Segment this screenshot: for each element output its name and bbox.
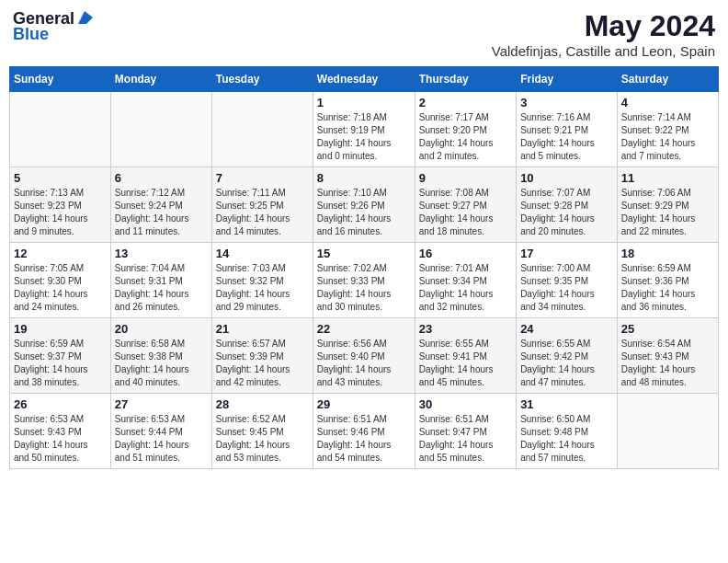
calendar-cell: 17Sunrise: 7:00 AMSunset: 9:35 PMDayligh… [517, 243, 618, 318]
day-info: Sunrise: 6:55 AMSunset: 9:42 PMDaylight:… [520, 338, 613, 389]
location-title: Valdefinjas, Castille and Leon, Spain [492, 43, 715, 59]
day-number: 24 [520, 322, 613, 336]
calendar-cell: 8Sunrise: 7:10 AMSunset: 9:26 PMDaylight… [313, 167, 415, 243]
calendar-cell: 20Sunrise: 6:58 AMSunset: 9:38 PMDayligh… [110, 318, 211, 394]
calendar-cell: 30Sunrise: 6:51 AMSunset: 9:47 PMDayligh… [415, 394, 516, 469]
day-info: Sunrise: 6:50 AMSunset: 9:48 PMDaylight:… [520, 413, 613, 465]
day-info: Sunrise: 7:11 AMSunset: 9:25 PMDaylight:… [216, 187, 309, 238]
day-number: 29 [317, 397, 411, 411]
calendar-cell: 4Sunrise: 7:14 AMSunset: 9:22 PMDaylight… [617, 92, 718, 167]
day-info: Sunrise: 7:10 AMSunset: 9:26 PMDaylight:… [317, 187, 411, 238]
logo-blue-text: Blue [13, 25, 49, 44]
day-number: 7 [216, 171, 309, 185]
day-info: Sunrise: 6:53 AMSunset: 9:44 PMDaylight:… [115, 413, 208, 465]
calendar-cell: 1Sunrise: 7:18 AMSunset: 9:19 PMDaylight… [313, 92, 415, 167]
col-header-monday: Monday [110, 67, 211, 92]
col-header-sunday: Sunday [10, 67, 111, 92]
calendar-cell: 19Sunrise: 6:59 AMSunset: 9:37 PMDayligh… [10, 318, 111, 394]
day-info: Sunrise: 6:55 AMSunset: 9:41 PMDaylight:… [419, 338, 512, 389]
day-info: Sunrise: 6:51 AMSunset: 9:47 PMDaylight:… [419, 413, 512, 465]
calendar-cell: 3Sunrise: 7:16 AMSunset: 9:21 PMDaylight… [517, 92, 618, 167]
day-number: 22 [317, 322, 411, 336]
day-info: Sunrise: 7:05 AMSunset: 9:30 PMDaylight:… [14, 262, 107, 314]
day-number: 10 [520, 171, 613, 185]
day-info: Sunrise: 7:04 AMSunset: 9:31 PMDaylight:… [115, 262, 208, 314]
calendar-week-1: 1Sunrise: 7:18 AMSunset: 9:19 PMDaylight… [10, 92, 719, 167]
day-info: Sunrise: 6:59 AMSunset: 9:37 PMDaylight:… [14, 338, 107, 389]
day-info: Sunrise: 6:51 AMSunset: 9:46 PMDaylight:… [317, 413, 411, 465]
day-number: 1 [317, 96, 411, 109]
calendar-cell: 25Sunrise: 6:54 AMSunset: 9:43 PMDayligh… [617, 318, 718, 394]
calendar-cell: 11Sunrise: 7:06 AMSunset: 9:29 PMDayligh… [617, 167, 718, 243]
calendar-week-3: 12Sunrise: 7:05 AMSunset: 9:30 PMDayligh… [10, 243, 719, 318]
day-info: Sunrise: 6:57 AMSunset: 9:39 PMDaylight:… [216, 338, 309, 389]
calendar-cell: 14Sunrise: 7:03 AMSunset: 9:32 PMDayligh… [211, 243, 313, 318]
calendar-cell [110, 92, 211, 167]
day-info: Sunrise: 7:08 AMSunset: 9:27 PMDaylight:… [419, 187, 512, 238]
day-info: Sunrise: 7:01 AMSunset: 9:34 PMDaylight:… [419, 262, 512, 314]
calendar-cell: 9Sunrise: 7:08 AMSunset: 9:27 PMDaylight… [415, 167, 516, 243]
day-number: 11 [621, 171, 714, 185]
day-info: Sunrise: 6:52 AMSunset: 9:45 PMDaylight:… [216, 413, 309, 465]
calendar-cell: 26Sunrise: 6:53 AMSunset: 9:43 PMDayligh… [10, 394, 111, 469]
calendar-table: SundayMondayTuesdayWednesdayThursdayFrid… [9, 66, 719, 469]
day-number: 4 [621, 96, 714, 109]
day-info: Sunrise: 6:53 AMSunset: 9:43 PMDaylight:… [14, 413, 107, 465]
day-number: 6 [115, 171, 208, 185]
calendar-cell: 28Sunrise: 6:52 AMSunset: 9:45 PMDayligh… [211, 394, 313, 469]
calendar-cell: 7Sunrise: 7:11 AMSunset: 9:25 PMDaylight… [211, 167, 313, 243]
day-info: Sunrise: 6:54 AMSunset: 9:43 PMDaylight:… [621, 338, 714, 389]
calendar-cell: 21Sunrise: 6:57 AMSunset: 9:39 PMDayligh… [211, 318, 313, 394]
day-info: Sunrise: 6:59 AMSunset: 9:36 PMDaylight:… [621, 262, 714, 314]
calendar-cell: 22Sunrise: 6:56 AMSunset: 9:40 PMDayligh… [313, 318, 415, 394]
day-info: Sunrise: 7:16 AMSunset: 9:21 PMDaylight:… [520, 111, 613, 163]
col-header-wednesday: Wednesday [313, 67, 415, 92]
calendar-cell [211, 92, 313, 167]
day-number: 8 [317, 171, 411, 185]
day-number: 18 [621, 247, 714, 260]
day-number: 20 [115, 322, 208, 336]
day-number: 12 [14, 247, 107, 260]
calendar-week-4: 19Sunrise: 6:59 AMSunset: 9:37 PMDayligh… [10, 318, 719, 394]
day-number: 28 [216, 397, 309, 411]
calendar-header-row: SundayMondayTuesdayWednesdayThursdayFrid… [10, 67, 719, 92]
day-number: 16 [419, 247, 512, 260]
day-number: 9 [419, 171, 512, 185]
day-number: 30 [419, 397, 512, 411]
title-area: May 2024 Valdefinjas, Castille and Leon,… [492, 9, 715, 59]
day-number: 25 [621, 322, 714, 336]
day-info: Sunrise: 7:02 AMSunset: 9:33 PMDaylight:… [317, 262, 411, 314]
calendar-cell: 23Sunrise: 6:55 AMSunset: 9:41 PMDayligh… [415, 318, 516, 394]
calendar-cell [10, 92, 111, 167]
svg-marker-0 [78, 11, 93, 24]
col-header-friday: Friday [517, 67, 618, 92]
calendar-cell: 27Sunrise: 6:53 AMSunset: 9:44 PMDayligh… [110, 394, 211, 469]
page-header: General Blue May 2024 Valdefinjas, Casti… [9, 9, 719, 59]
calendar-cell: 16Sunrise: 7:01 AMSunset: 9:34 PMDayligh… [415, 243, 516, 318]
day-info: Sunrise: 6:56 AMSunset: 9:40 PMDaylight:… [317, 338, 411, 389]
day-number: 23 [419, 322, 512, 336]
calendar-cell: 10Sunrise: 7:07 AMSunset: 9:28 PMDayligh… [517, 167, 618, 243]
calendar-cell: 13Sunrise: 7:04 AMSunset: 9:31 PMDayligh… [110, 243, 211, 318]
day-number: 21 [216, 322, 309, 336]
calendar-week-5: 26Sunrise: 6:53 AMSunset: 9:43 PMDayligh… [10, 394, 719, 469]
day-number: 17 [520, 247, 613, 260]
calendar-cell: 24Sunrise: 6:55 AMSunset: 9:42 PMDayligh… [517, 318, 618, 394]
col-header-thursday: Thursday [415, 67, 516, 92]
logo: General Blue [13, 9, 93, 44]
calendar-cell: 31Sunrise: 6:50 AMSunset: 9:48 PMDayligh… [517, 394, 618, 469]
day-number: 26 [14, 397, 107, 411]
day-number: 31 [520, 397, 613, 411]
day-info: Sunrise: 7:17 AMSunset: 9:20 PMDaylight:… [419, 111, 512, 163]
day-info: Sunrise: 7:12 AMSunset: 9:24 PMDaylight:… [115, 187, 208, 238]
day-number: 5 [14, 171, 107, 185]
day-number: 15 [317, 247, 411, 260]
calendar-week-2: 5Sunrise: 7:13 AMSunset: 9:23 PMDaylight… [10, 167, 719, 243]
calendar-cell: 12Sunrise: 7:05 AMSunset: 9:30 PMDayligh… [10, 243, 111, 318]
logo-triangle-icon [76, 11, 93, 28]
day-info: Sunrise: 7:06 AMSunset: 9:29 PMDaylight:… [621, 187, 714, 238]
col-header-saturday: Saturday [617, 67, 718, 92]
day-info: Sunrise: 7:18 AMSunset: 9:19 PMDaylight:… [317, 111, 411, 163]
calendar-cell [617, 394, 718, 469]
day-number: 13 [115, 247, 208, 260]
